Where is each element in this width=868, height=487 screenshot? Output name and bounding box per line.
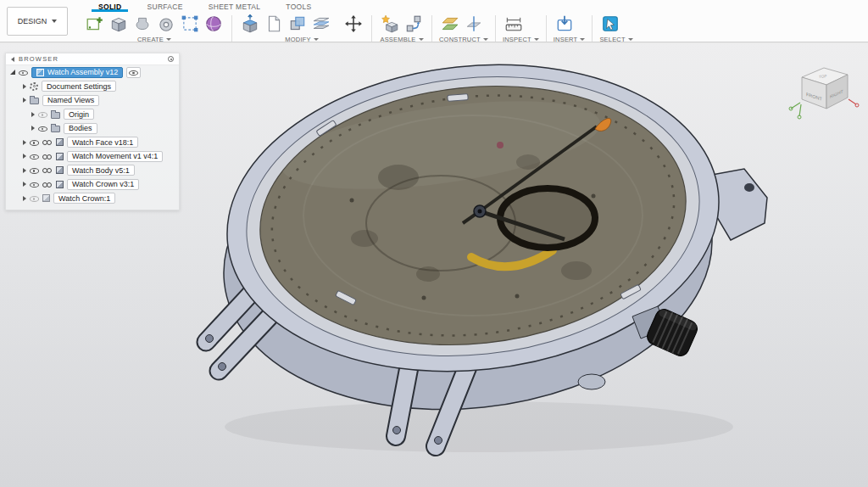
select-menu-label: SELECT — [599, 36, 625, 43]
insert-button[interactable] — [554, 13, 576, 35]
tab-surface[interactable]: SURFACE — [138, 0, 191, 11]
viewport-canvas[interactable]: BROWSER Watch Assembly v12 Document Sett… — [0, 43, 868, 487]
browser-item-named-views[interactable]: Named Views — [6, 93, 179, 108]
jewel-bearing — [497, 142, 504, 148]
press-pull-button[interactable] — [239, 13, 261, 35]
create-revolve-button[interactable] — [131, 13, 153, 35]
workspace-tabs: SOLID SURFACE SHEET METAL TOOLS — [76, 0, 868, 11]
folder-icon — [30, 98, 39, 104]
browser-item-label: Watch Movement v1 v4:1 — [72, 152, 158, 160]
construct-menu-button[interactable]: CONSTRUCT — [439, 35, 488, 45]
create-pattern-button[interactable] — [179, 13, 201, 35]
browser-item-watch-movement[interactable]: Watch Movement v1 v4:1 — [6, 149, 179, 164]
tab-solid[interactable]: SOLID — [90, 0, 130, 11]
box-icon — [109, 14, 128, 33]
browser-item-watch-face[interactable]: Watch Face v18:1 — [6, 136, 179, 150]
visibility-eye-icon[interactable] — [19, 69, 28, 76]
browser-item-watch-crown-v3[interactable]: Watch Crown v3:1 — [6, 177, 179, 192]
split-button[interactable] — [310, 13, 332, 35]
toolbar-group-select: SELECT — [595, 11, 637, 46]
browser-root-pill[interactable]: Watch Assembly v12 — [31, 67, 123, 78]
fusion-360-window: { "toolbar": { "design_button": "DESIGN"… — [0, 0, 868, 487]
fillet-button[interactable] — [263, 13, 285, 35]
modify-group-icons — [239, 13, 364, 35]
measure-button[interactable] — [503, 13, 525, 35]
browser-item-watch-body[interactable]: Watch Body v5:1 — [6, 164, 179, 178]
browser-item-label: Named Views — [47, 96, 94, 104]
chevron-down-icon — [534, 38, 539, 41]
visibility-eye-icon[interactable] — [30, 194, 39, 202]
select-button[interactable] — [599, 13, 621, 35]
tab-tools[interactable]: TOOLS — [277, 0, 320, 11]
expand-arrow-icon[interactable] — [31, 126, 35, 131]
visibility-eye-icon[interactable] — [129, 69, 138, 76]
visibility-eye-icon[interactable] — [30, 153, 39, 160]
browser-title: BROWSER — [19, 55, 164, 63]
combine-button[interactable] — [287, 13, 309, 35]
visibility-eye-icon[interactable] — [30, 181, 39, 188]
create-box-button[interactable] — [108, 13, 130, 35]
assemble-menu-button[interactable]: ASSEMBLE — [379, 35, 425, 45]
visibility-eye-icon[interactable] — [30, 166, 39, 174]
viewcube[interactable]: FRONT RIGHT TOP — [788, 55, 860, 126]
expand-arrow-icon[interactable] — [23, 182, 26, 187]
browser-item-root[interactable]: Watch Assembly v12 — [6, 65, 179, 80]
panel-options-icon[interactable] — [168, 56, 174, 62]
gear-icon — [30, 82, 38, 91]
create-form-button[interactable] — [203, 13, 225, 35]
expand-arrow-icon[interactable] — [23, 168, 26, 173]
move-button[interactable] — [342, 13, 364, 35]
browser-item-origin[interactable]: Origin — [6, 108, 179, 122]
combine-icon — [288, 14, 307, 33]
expand-arrow-icon[interactable] — [23, 154, 26, 159]
browser-item-label: Watch Crown:1 — [58, 194, 110, 203]
visibility-eye-icon[interactable] — [30, 138, 39, 146]
expand-arrow-icon[interactable] — [23, 98, 26, 103]
joint-button[interactable] — [403, 13, 425, 35]
root-visibility-toggle[interactable] — [126, 67, 141, 78]
link-icon — [42, 167, 53, 174]
hole-icon — [157, 14, 175, 33]
construct-menu-label: CONSTRUCT — [439, 36, 481, 43]
component-icon — [56, 181, 64, 188]
chevron-down-icon — [628, 38, 633, 41]
select-group-icons — [599, 13, 632, 35]
joint-icon — [404, 14, 423, 33]
select-menu-button[interactable]: SELECT — [599, 35, 632, 45]
chevron-down-icon — [483, 38, 488, 41]
insert-group-icons — [554, 13, 586, 35]
browser-item-label: Watch Body v5:1 — [72, 166, 130, 175]
viewcube-graphic[interactable]: FRONT RIGHT TOP — [788, 55, 860, 126]
new-component-button[interactable] — [379, 13, 401, 35]
case-bump — [578, 374, 605, 389]
tab-and-ribbon-column: SOLID SURFACE SHEET METAL TOOLS — [76, 0, 868, 42]
create-menu-button[interactable]: CREATE — [84, 35, 225, 45]
browser-item-bodies[interactable]: Bodies — [6, 121, 179, 136]
expand-arrow-icon[interactable] — [31, 112, 35, 117]
expand-arrow-icon[interactable] — [23, 140, 26, 145]
watch-lug-right[interactable] — [712, 169, 767, 240]
expand-arrow-icon[interactable] — [10, 70, 15, 75]
design-menu-button[interactable]: DESIGN — [7, 7, 68, 36]
inspect-menu-button[interactable]: INSPECT — [503, 35, 539, 45]
collapse-panel-icon[interactable] — [11, 57, 14, 62]
expand-arrow-icon[interactable] — [23, 84, 26, 89]
expand-arrow-icon[interactable] — [23, 196, 26, 201]
create-sketch-button[interactable] — [84, 13, 106, 35]
browser-item-document-settings[interactable]: Document Settings — [6, 80, 179, 94]
design-menu-label: DESIGN — [18, 17, 47, 25]
insert-menu-button[interactable]: INSERT — [554, 35, 586, 45]
visibility-eye-icon[interactable] — [38, 125, 47, 132]
construct-axis-button[interactable] — [463, 13, 485, 35]
toolbar-group-assemble: ASSEMBLE — [375, 11, 429, 46]
modify-menu-label: MODIFY — [285, 36, 310, 43]
component-icon — [56, 138, 64, 146]
construct-plane-button[interactable] — [439, 13, 461, 35]
viewcube-top-label[interactable]: TOP — [819, 74, 826, 79]
modify-menu-button[interactable]: MODIFY — [239, 35, 364, 45]
create-hole-button[interactable] — [155, 13, 177, 35]
visibility-eye-icon[interactable] — [38, 110, 47, 118]
tab-sheet-metal[interactable]: SHEET METAL — [200, 0, 270, 11]
browser-item-watch-crown-1[interactable]: Watch Crown:1 — [6, 192, 179, 206]
browser-header[interactable]: BROWSER — [6, 53, 179, 65]
